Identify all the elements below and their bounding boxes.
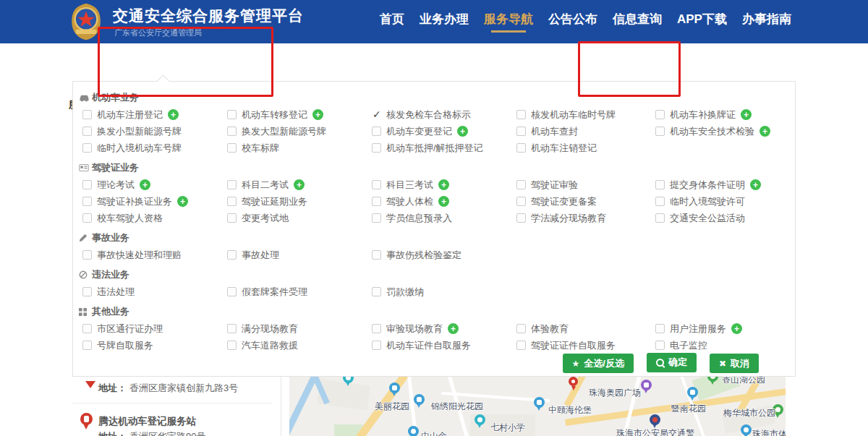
service-checkbox[interactable]: 体验教育 xyxy=(516,320,655,337)
checkbox-unchecked-icon[interactable] xyxy=(372,341,381,350)
checkbox-unchecked-icon[interactable] xyxy=(372,143,381,153)
service-checkbox[interactable]: 违法处理 xyxy=(82,283,227,300)
checkbox-unchecked-icon[interactable] xyxy=(82,127,92,136)
service-checkbox[interactable]: 驾驶证延期业务 xyxy=(227,193,372,210)
service-checkbox[interactable]: 机动车查封 xyxy=(516,123,655,140)
service-checkbox[interactable]: 机动车抵押/解抵押登记 xyxy=(372,140,516,156)
checkbox-unchecked-icon[interactable] xyxy=(655,324,665,333)
service-checkbox[interactable]: 核发机动车临时号牌 xyxy=(516,106,655,123)
service-checkbox[interactable]: 驾驶证证件自取服务 xyxy=(516,337,655,354)
checkbox-unchecked-icon[interactable] xyxy=(372,127,381,136)
checkbox-unchecked-icon[interactable] xyxy=(227,213,237,223)
checkbox-unchecked-icon[interactable] xyxy=(227,250,237,260)
plus-icon[interactable] xyxy=(750,179,761,190)
checkbox-unchecked-icon[interactable] xyxy=(82,324,92,333)
checkbox-unchecked-icon[interactable] xyxy=(82,341,92,350)
checkbox-unchecked-icon[interactable] xyxy=(655,197,665,206)
service-checkbox[interactable]: 审验现场教育 xyxy=(372,320,516,337)
plus-icon[interactable] xyxy=(457,126,468,137)
service-checkbox[interactable]: 机动车注销登记 xyxy=(516,140,655,156)
result-station-name[interactable]: 腾达机动车登记服务站 xyxy=(98,415,196,428)
checkbox-unchecked-icon[interactable] xyxy=(227,127,237,136)
checkbox-unchecked-icon[interactable] xyxy=(227,110,237,119)
service-checkbox[interactable]: 学法减分现场教育 xyxy=(516,210,655,226)
service-checkbox[interactable]: 临时入境机动车号牌 xyxy=(82,140,227,156)
results-list[interactable]: 地址：香洲区唐家镇创新九路3号 腾达机动车登记服务站 地址：香洲区华宇路90号 xyxy=(72,377,281,436)
service-checkbox[interactable]: 学员信息预录入 xyxy=(372,210,516,226)
service-checkbox[interactable]: 换发大型新能源号牌 xyxy=(227,123,372,140)
service-checkbox[interactable]: 事故伤残检验鉴定 xyxy=(372,247,516,263)
service-checkbox[interactable]: 校车标牌 xyxy=(227,140,372,156)
service-checkbox[interactable]: 机动车安全技术检验 xyxy=(655,123,795,140)
nav-item[interactable]: 公告公布 xyxy=(548,0,597,43)
checkbox-unchecked-icon[interactable] xyxy=(372,287,381,296)
checkbox-unchecked-icon[interactable] xyxy=(516,110,526,119)
service-checkbox[interactable]: 罚款缴纳 xyxy=(372,283,516,300)
plus-icon[interactable] xyxy=(294,179,305,190)
service-checkbox[interactable]: 校车驾驶人资格 xyxy=(82,210,227,226)
checkbox-unchecked-icon[interactable] xyxy=(655,110,665,119)
plus-icon[interactable] xyxy=(312,109,323,120)
checkbox-unchecked-icon[interactable] xyxy=(227,341,237,350)
service-checkbox[interactable]: 理论考试 xyxy=(82,176,227,193)
service-checkbox[interactable]: 事故快速处理和理赔 xyxy=(82,247,227,263)
select-all-invert-button[interactable]: ★全选/反选 xyxy=(563,354,634,373)
service-checkbox[interactable]: 机动车补换牌证 xyxy=(655,106,795,123)
checkbox-unchecked-icon[interactable] xyxy=(372,213,381,223)
service-checkbox[interactable]: 驾驶人体检 xyxy=(372,193,516,210)
service-checkbox[interactable]: 驾驶证补换证业务 xyxy=(82,193,227,210)
checkbox-unchecked-icon[interactable] xyxy=(372,180,381,189)
checkbox-unchecked-icon[interactable] xyxy=(516,197,526,206)
plus-icon[interactable] xyxy=(731,323,742,334)
checkbox-unchecked-icon[interactable] xyxy=(227,324,237,333)
checkbox-unchecked-icon[interactable] xyxy=(82,213,92,223)
checkbox-unchecked-icon[interactable] xyxy=(227,287,237,296)
service-checkbox[interactable]: 机动车变更登记 xyxy=(372,123,516,140)
cancel-button[interactable]: ✖取消 xyxy=(710,354,759,373)
checkbox-unchecked-icon[interactable] xyxy=(82,143,92,153)
service-checkbox[interactable]: 机动车注册登记 xyxy=(82,106,227,123)
service-checkbox[interactable]: 假套牌案件受理 xyxy=(227,283,372,300)
service-checkbox[interactable]: 交通安全公益活动 xyxy=(655,210,795,226)
plus-icon[interactable] xyxy=(438,179,449,190)
checkbox-unchecked-icon[interactable] xyxy=(516,143,526,153)
checkbox-unchecked-icon[interactable] xyxy=(82,287,92,296)
checkbox-unchecked-icon[interactable] xyxy=(655,213,665,223)
checkbox-unchecked-icon[interactable] xyxy=(82,250,92,260)
checkbox-unchecked-icon[interactable] xyxy=(516,324,526,333)
service-checkbox[interactable]: 机动车转移登记 xyxy=(227,106,372,123)
checkbox-unchecked-icon[interactable] xyxy=(227,143,237,153)
checkbox-checked-icon[interactable] xyxy=(372,110,381,119)
checkbox-unchecked-icon[interactable] xyxy=(516,180,526,189)
service-checkbox[interactable]: 提交身体条件证明 xyxy=(655,176,795,193)
plus-icon[interactable] xyxy=(168,109,179,120)
service-checkbox[interactable]: 号牌自取服务 xyxy=(82,337,227,354)
service-checkbox[interactable]: 满分现场教育 xyxy=(227,320,372,337)
service-checkbox[interactable]: 汽车道路救援 xyxy=(227,337,372,354)
checkbox-unchecked-icon[interactable] xyxy=(227,197,237,206)
checkbox-unchecked-icon[interactable] xyxy=(516,127,526,136)
service-checkbox[interactable]: 用户注册服务 xyxy=(655,320,795,337)
service-checkbox[interactable]: 电子监控 xyxy=(655,337,795,354)
nav-item[interactable]: 信息查询 xyxy=(613,0,662,43)
checkbox-unchecked-icon[interactable] xyxy=(82,180,92,189)
nav-item[interactable]: 服务导航 xyxy=(484,0,533,43)
checkbox-unchecked-icon[interactable] xyxy=(655,180,665,189)
service-checkbox[interactable]: 机动车证件自取服务 xyxy=(372,337,516,354)
checkbox-unchecked-icon[interactable] xyxy=(82,110,92,119)
nav-item[interactable]: 业务办理 xyxy=(420,0,469,43)
service-checkbox[interactable]: 市区通行证办理 xyxy=(82,320,227,337)
checkbox-unchecked-icon[interactable] xyxy=(655,341,665,350)
checkbox-unchecked-icon[interactable] xyxy=(372,197,381,206)
service-checkbox[interactable]: 科目二考试 xyxy=(227,176,372,193)
service-checkbox[interactable]: 换发小型新能源号牌 xyxy=(82,123,227,140)
confirm-button[interactable]: 确定 xyxy=(647,353,697,372)
checkbox-unchecked-icon[interactable] xyxy=(227,180,237,189)
service-checkbox[interactable]: 变更考试地 xyxy=(227,210,372,226)
plus-icon[interactable] xyxy=(760,126,770,137)
service-checkbox[interactable]: 事故处理 xyxy=(227,247,372,263)
nav-item[interactable]: 首页 xyxy=(380,0,404,43)
service-checkbox[interactable]: 驾驶证变更备案 xyxy=(516,193,655,210)
service-checkbox[interactable]: 核发免检车合格标示 xyxy=(372,106,516,123)
plus-icon[interactable] xyxy=(438,196,449,207)
